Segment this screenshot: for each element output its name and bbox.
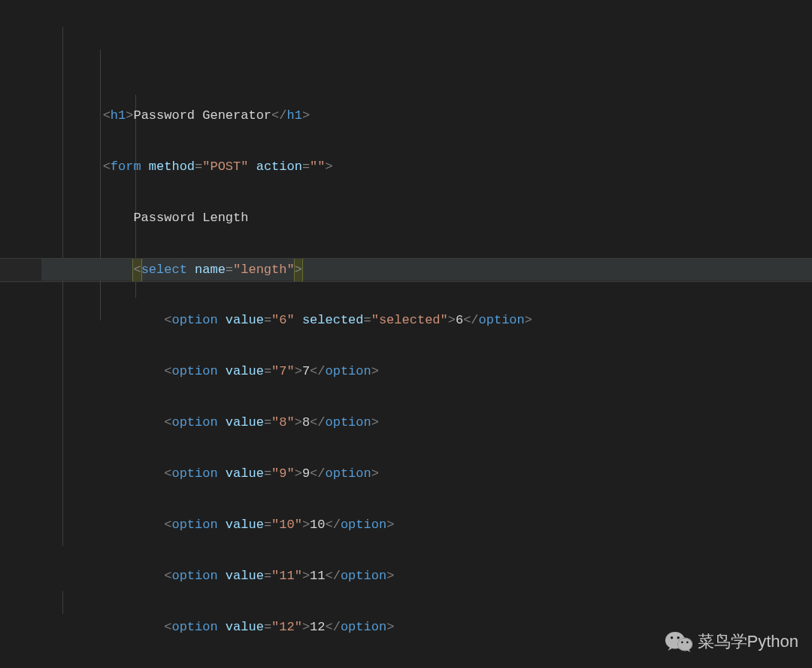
- code-line: <h1>Password Generator</h1>: [41, 105, 812, 127]
- code-line: <option value="9">9</option>: [41, 463, 812, 485]
- code-line: <form method="POST" action="">: [41, 156, 812, 178]
- code-line: <option value="6" selected="selected">6<…: [41, 309, 812, 332]
- code-content[interactable]: <h1>Password Generator</h1> <form method…: [34, 0, 812, 668]
- line-number-gutter: [0, 0, 34, 668]
- code-line: <option value="11">11</option>: [41, 565, 812, 588]
- wechat-icon: [665, 630, 693, 653]
- svg-point-7: [686, 641, 688, 643]
- svg-point-6: [680, 641, 683, 643]
- code-line-active: <select name="length">: [41, 258, 812, 281]
- code-line: <option value="10">10</option>: [41, 514, 812, 536]
- svg-point-5: [677, 636, 679, 639]
- svg-point-4: [670, 636, 672, 639]
- code-editor[interactable]: <h1>Password Generator</h1> <form method…: [0, 0, 812, 668]
- code-line: <option value="7">7</option>: [41, 360, 812, 383]
- code-line: Password Length: [41, 207, 812, 229]
- watermark-text: 菜鸟学Python: [698, 630, 799, 653]
- code-line: <option value="8">8</option>: [41, 411, 812, 434]
- watermark: 菜鸟学Python: [665, 630, 799, 653]
- svg-point-3: [677, 638, 692, 650]
